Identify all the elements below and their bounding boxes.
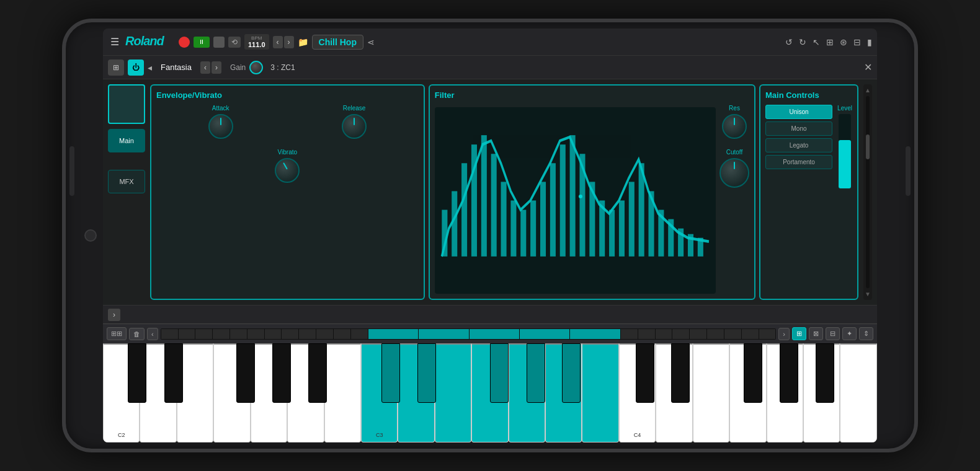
close-button[interactable]: ✕ [864, 61, 872, 73]
second-bar: ⊞ ⏻ ◂ Fantasia ‹ › Gain 3 : ZC1 ✕ [103, 56, 877, 79]
black-key-ds4[interactable] [671, 343, 690, 403]
svg-rect-18 [609, 210, 615, 257]
grid-toggle-button[interactable]: ⊞ [108, 59, 124, 76]
white-key-e4[interactable] [693, 343, 729, 442]
release-control: Release [290, 105, 418, 139]
power-button[interactable]: ⏻ [128, 59, 144, 76]
piano-chords-btn[interactable]: ⊠ [809, 327, 823, 340]
svg-rect-11 [540, 182, 546, 256]
share-icon[interactable]: ⋖ [367, 37, 375, 47]
waveform-icon[interactable]: ⊛ [840, 37, 847, 47]
stop-button[interactable] [213, 37, 225, 48]
black-key-ds2[interactable] [164, 343, 183, 403]
release-label: Release [343, 105, 366, 112]
black-key-gs2[interactable] [272, 343, 291, 403]
undo-icon[interactable]: ↺ [785, 37, 793, 47]
white-key-b2[interactable] [324, 343, 361, 442]
black-key-gs4[interactable] [780, 343, 798, 403]
bpm-display[interactable]: BPM 111.0 [244, 34, 269, 50]
svg-rect-6 [491, 154, 496, 257]
piano-grid2-btn[interactable]: ⊟ [826, 327, 840, 340]
mixer-icon[interactable]: ⊟ [853, 37, 861, 47]
white-key-b3[interactable] [582, 343, 618, 442]
svg-rect-8 [510, 201, 516, 257]
project-name[interactable]: Chill Hop [312, 35, 363, 50]
portamento-button[interactable]: Portamento [765, 155, 832, 169]
bpm-next[interactable]: › [284, 36, 294, 48]
release-knob[interactable] [342, 114, 367, 139]
nav-tab-main[interactable]: Main [108, 129, 145, 152]
piano-grid-btn[interactable]: ⊞⊞ [107, 327, 127, 340]
piano-delete-btn[interactable]: 🗑 [129, 328, 145, 340]
res-knob[interactable] [722, 114, 747, 139]
bpm-label: BPM [251, 35, 262, 41]
envelope-panel: Envelope/Vibrato Attack Release Vibrato [150, 84, 425, 300]
bpm-nav: ‹ › [273, 36, 294, 48]
roland-logo: Roland [125, 33, 175, 51]
black-key-fs4[interactable] [744, 343, 762, 403]
svg-rect-10 [530, 201, 536, 257]
black-key-cs3[interactable] [381, 343, 400, 403]
grid-view-icon[interactable]: ⊞ [826, 37, 834, 47]
black-key-fs2[interactable] [236, 343, 255, 403]
level-section: Level [837, 105, 852, 188]
filter-display[interactable] [435, 107, 716, 294]
piano-keyboard[interactable]: C2 C3 C4 [103, 343, 877, 442]
patch-prev[interactable]: ‹ [200, 61, 210, 74]
patch-next[interactable]: › [212, 61, 221, 74]
piano-section: ⊞⊞ 🗑 ‹ [103, 324, 877, 442]
black-key-as4[interactable] [816, 343, 834, 403]
white-key-b4[interactable] [840, 343, 876, 442]
arrow-bar: › [103, 305, 877, 324]
res-control: Res [722, 105, 747, 139]
svg-rect-3 [461, 163, 467, 257]
gain-knob[interactable] [249, 61, 263, 74]
speaker-icon[interactable]: ◂ [148, 63, 152, 73]
folder-icon[interactable]: 📁 [298, 37, 308, 47]
vibrato-knob[interactable] [275, 158, 300, 183]
black-key-as3[interactable] [562, 343, 581, 403]
black-key-gs3[interactable] [527, 343, 545, 403]
bpm-prev[interactable]: ‹ [273, 36, 283, 48]
hamburger-icon[interactable]: ☰ [108, 33, 122, 50]
patch-name[interactable]: Fantasia [156, 61, 197, 73]
filter-right-knobs: Res Cutoff [719, 105, 749, 294]
scroll-track[interactable] [866, 96, 870, 288]
phone-container: ☰ Roland ⏸ ⟲ BPM 111.0 ‹ › 📁 Chill Hop ⋖ [62, 19, 918, 452]
attack-knob[interactable] [208, 114, 233, 139]
phone-screen: ☰ Roland ⏸ ⟲ BPM 111.0 ‹ › 📁 Chill Hop ⋖ [103, 29, 877, 442]
record-button[interactable] [179, 37, 190, 48]
pianoroll-icon[interactable]: ▮ [867, 37, 872, 47]
black-key-ds3[interactable] [417, 343, 436, 403]
unison-button[interactable]: Unison [765, 105, 832, 119]
camera [84, 229, 97, 242]
mono-button[interactable]: Mono [765, 121, 832, 136]
scroll-down-arrow[interactable]: ▼ [865, 291, 871, 297]
level-fader[interactable] [839, 114, 851, 188]
mini-keystrip[interactable] [161, 328, 777, 340]
scroll-thumb [866, 134, 870, 159]
expand-button[interactable]: › [108, 309, 120, 321]
nav-tab-mfx[interactable]: MFX [108, 170, 145, 193]
black-key-as2[interactable] [308, 343, 327, 403]
piano-prev-btn[interactable]: ‹ [147, 328, 158, 340]
white-key-e3[interactable] [435, 343, 471, 442]
redo-icon[interactable]: ↻ [799, 37, 806, 47]
black-key-fs3[interactable] [490, 343, 509, 403]
piano-tune-btn[interactable]: ⇕ [859, 327, 873, 340]
svg-rect-13 [559, 144, 565, 257]
black-key-cs2[interactable] [128, 343, 146, 403]
attack-control: Attack [156, 105, 285, 139]
cursor-icon[interactable]: ↖ [813, 37, 820, 47]
piano-keys-btn[interactable]: ⊞ [792, 327, 806, 340]
scroll-up-arrow[interactable]: ▲ [865, 87, 871, 94]
legato-button[interactable]: Legato [765, 138, 832, 152]
piano-next-btn[interactable]: › [778, 328, 790, 340]
play-button[interactable]: ⏸ [194, 37, 210, 48]
side-button-right[interactable] [906, 146, 911, 196]
piano-settings-btn[interactable]: ✦ [842, 327, 857, 340]
loop-button[interactable]: ⟲ [228, 37, 241, 48]
cutoff-knob[interactable] [719, 158, 749, 188]
side-button-left[interactable] [69, 146, 74, 196]
black-key-cs4[interactable] [636, 343, 654, 403]
